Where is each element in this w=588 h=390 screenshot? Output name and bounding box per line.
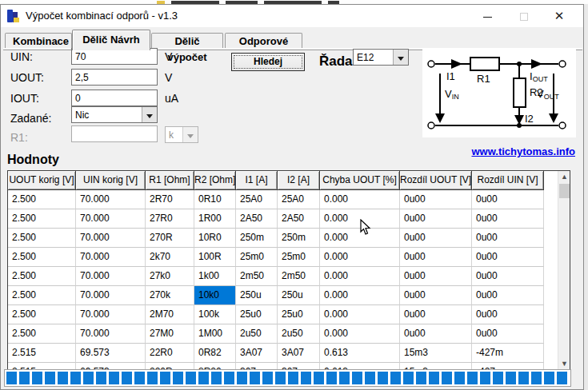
table-cell[interactable]: 2.515	[8, 344, 76, 363]
table-cell[interactable]: 2m50	[278, 267, 320, 286]
table-cell[interactable]: 70.000	[76, 286, 146, 305]
table-cell[interactable]: 15m3	[400, 344, 472, 363]
table-cell[interactable]: 27k0	[146, 267, 194, 286]
table-cell[interactable]: 3A07	[278, 344, 320, 363]
table-cell[interactable]: 0u00	[472, 209, 544, 229]
table-cell[interactable]: 2.500	[8, 190, 76, 209]
table-cell[interactable]: 2.500	[8, 267, 76, 286]
table-cell[interactable]: 2m50	[236, 267, 278, 286]
table-cell[interactable]: 27R0	[146, 209, 194, 229]
table-cell[interactable]: 0u00	[400, 267, 472, 286]
table-cell[interactable]: 0.613	[320, 344, 400, 363]
table-cell[interactable]: 25A0	[278, 190, 320, 209]
table-cell[interactable]: -427m	[472, 344, 544, 363]
table-row[interactable]: 2.50070.00027M01M002u502u500.0000u000u00	[8, 324, 558, 344]
table-cell[interactable]: 2.500	[8, 248, 76, 267]
table-cell[interactable]: 0R82	[194, 344, 236, 363]
table-cell[interactable]: 2.500	[8, 305, 76, 324]
table-cell[interactable]: 22R0	[146, 344, 194, 363]
table-cell[interactable]: 0u00	[472, 286, 544, 305]
table-cell[interactable]: 69.573	[76, 344, 146, 363]
hledej-button[interactable]: Hledej	[231, 53, 305, 71]
table-cell[interactable]: 25u0	[278, 305, 320, 324]
table-cell[interactable]: 2A50	[278, 209, 320, 229]
table-cell[interactable]: 2A50	[236, 209, 278, 229]
table-cell[interactable]: 70.000	[76, 190, 146, 209]
table-cell[interactable]: 0.000	[320, 248, 400, 267]
table-row[interactable]: 2.50070.0002k70100R25m025m00.0000u000u00	[8, 248, 558, 267]
table-cell[interactable]: 2u50	[236, 324, 278, 344]
table-cell[interactable]: 70.000	[76, 324, 146, 344]
table-cell[interactable]: 70.000	[76, 248, 146, 267]
table-cell[interactable]: 0.000	[320, 305, 400, 324]
table-cell[interactable]: 250m	[278, 229, 320, 248]
table-cell[interactable]: 0u00	[400, 209, 472, 229]
table-cell[interactable]: 0u00	[400, 286, 472, 305]
table-cell[interactable]: 1R00	[194, 209, 236, 229]
column-header[interactable]: UOUT korig [V]	[8, 171, 76, 190]
scrollbar-down-icon[interactable]: ▼	[558, 358, 570, 370]
column-header[interactable]: Rozdíl UOUT [V]	[400, 171, 472, 190]
table-cell[interactable]: 2u50	[278, 324, 320, 344]
table-cell[interactable]: 25u0	[236, 305, 278, 324]
column-header[interactable]: I1 [A]	[236, 171, 278, 190]
table-cell[interactable]: 0u00	[472, 190, 544, 209]
rada-dropdown-button[interactable]	[393, 50, 408, 65]
table-cell[interactable]: 25m0	[278, 248, 320, 267]
uin-input[interactable]	[71, 48, 158, 65]
table-cell[interactable]: 0u00	[472, 305, 544, 324]
table-cell[interactable]: 0u00	[472, 248, 544, 267]
table-row[interactable]: 2.50070.00027R01R002A502A500.0000u000u00	[8, 209, 558, 229]
table-row[interactable]: 2.51569.57322R00R823A073A070.61315m3-427…	[8, 344, 558, 363]
table-cell[interactable]: 0u00	[472, 267, 544, 286]
table-cell[interactable]: 70.000	[76, 267, 146, 286]
table-cell[interactable]: 70.000	[76, 305, 146, 324]
table-cell[interactable]: 2.500	[8, 209, 76, 229]
table-cell[interactable]: 0u00	[472, 324, 544, 344]
column-header[interactable]: Chyba UOUT [%]	[320, 171, 400, 190]
table-cell[interactable]: 25A0	[236, 190, 278, 209]
title-bar[interactable]: Výpočet kombinací odporů - v1.3 ✕	[1, 5, 583, 27]
table-row[interactable]: 2.50070.0002M70100k25u025u00.0000u000u00	[8, 305, 558, 324]
tab-delic-vypocet[interactable]: Dělič výpočet	[151, 33, 223, 50]
table-cell[interactable]: 2M70	[146, 305, 194, 324]
table-cell[interactable]: 100R	[194, 248, 236, 267]
table-cell[interactable]: 1M00	[194, 324, 236, 344]
table-cell[interactable]: 27M0	[146, 324, 194, 344]
rada-select[interactable]: E12	[353, 49, 409, 66]
tab-delic-navrh[interactable]: Dělič Návrh	[72, 30, 150, 50]
table-cell[interactable]: 250m	[236, 229, 278, 248]
table-row[interactable]: 2.50070.000270R10R0250m250m0.0000u000u00	[8, 229, 558, 248]
table-cell[interactable]: 2R70	[146, 190, 194, 209]
table-cell[interactable]: 70.000	[76, 209, 146, 229]
table-cell[interactable]: 10k0	[194, 286, 236, 305]
tab-kombinace[interactable]: Kombinace	[5, 33, 72, 50]
table-cell[interactable]: 270R	[146, 229, 194, 248]
vertical-scrollbar[interactable]: ▲ ▼	[558, 171, 570, 370]
table-row[interactable]: 2.50070.00027k01k002m502m500.0000u000u00	[8, 267, 558, 286]
close-button[interactable]: ✕	[543, 5, 575, 27]
table-cell[interactable]: 2.500	[8, 229, 76, 248]
table-cell[interactable]: 100k	[194, 305, 236, 324]
table-cell[interactable]: 0u00	[400, 248, 472, 267]
table-cell[interactable]: 0u00	[400, 190, 472, 209]
zadane-select[interactable]: Nic	[71, 106, 158, 123]
iout-input[interactable]	[71, 90, 158, 106]
table-cell[interactable]: 3A07	[236, 344, 278, 363]
column-header[interactable]: Rozdíl UIN [V]	[472, 171, 544, 190]
table-cell[interactable]: 70.000	[76, 229, 146, 248]
table-cell[interactable]: 0.000	[320, 286, 400, 305]
minimize-button[interactable]	[471, 5, 503, 27]
uout-input[interactable]	[71, 69, 158, 86]
table-cell[interactable]: 0u00	[472, 229, 544, 248]
table-cell[interactable]: 0u00	[400, 229, 472, 248]
table-cell[interactable]: 10R0	[194, 229, 236, 248]
tab-odporove-rady[interactable]: Odporové řady	[225, 33, 302, 50]
table-cell[interactable]: 0.000	[320, 267, 400, 286]
column-header[interactable]: I2 [A]	[278, 171, 320, 190]
column-header[interactable]: R1 [Ohm]	[146, 171, 194, 190]
column-header[interactable]: UIN korig [V]	[76, 171, 146, 190]
table-cell[interactable]: 25m0	[236, 248, 278, 267]
table-cell[interactable]: 250u	[278, 286, 320, 305]
table-cell[interactable]: 0.000	[320, 324, 400, 344]
